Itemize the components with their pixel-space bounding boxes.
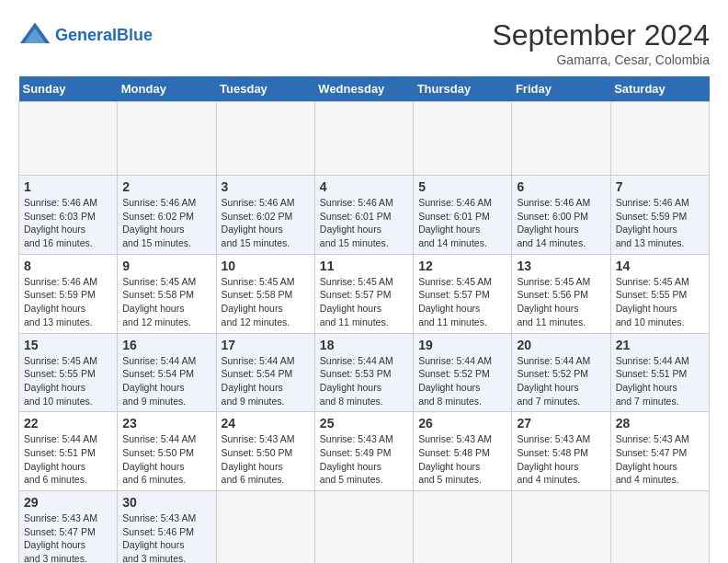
calendar-day-cell: 15 Sunrise: 5:45 AM Sunset: 5:55 PM Dayl… [19,333,118,412]
calendar-week-row: 29 Sunrise: 5:43 AM Sunset: 5:47 PM Dayl… [19,491,710,564]
day-info: Sunrise: 5:45 AM Sunset: 5:55 PM Dayligh… [616,275,704,329]
calendar-day-cell [314,491,413,564]
calendar-day-cell [610,491,709,564]
calendar-day-cell: 4 Sunrise: 5:46 AM Sunset: 6:01 PM Dayli… [314,176,413,255]
calendar-day-cell: 25 Sunrise: 5:43 AM Sunset: 5:49 PM Dayl… [314,412,413,491]
calendar-day-cell: 3 Sunrise: 5:46 AM Sunset: 6:02 PM Dayli… [216,176,314,255]
calendar-day-cell [610,102,709,176]
day-info: Sunrise: 5:44 AM Sunset: 5:50 PM Dayligh… [122,432,210,487]
day-number: 18 [320,338,408,352]
calendar-day-cell: 30 Sunrise: 5:43 AM Sunset: 5:46 PM Dayl… [118,491,216,564]
calendar-week-row: 1 Sunrise: 5:46 AM Sunset: 6:03 PM Dayli… [19,176,710,255]
day-number: 5 [418,179,506,194]
calendar-day-cell [414,102,512,176]
day-number: 9 [122,259,210,273]
day-info: Sunrise: 5:45 AM Sunset: 5:58 PM Dayligh… [222,275,310,329]
calendar-week-row [19,102,710,176]
logo-icon [18,18,51,52]
day-info: Sunrise: 5:44 AM Sunset: 5:53 PM Dayligh… [320,354,408,408]
day-info: Sunrise: 5:46 AM Sunset: 6:02 PM Dayligh… [122,196,210,250]
day-number: 28 [616,416,704,431]
day-info: Sunrise: 5:45 AM Sunset: 5:56 PM Dayligh… [517,275,605,329]
day-info: Sunrise: 5:44 AM Sunset: 5:51 PM Dayligh… [24,432,112,487]
day-number: 21 [616,338,704,352]
calendar-table: Sunday Monday Tuesday Wednesday Thursday… [18,76,710,563]
calendar-day-cell: 5 Sunrise: 5:46 AM Sunset: 6:01 PM Dayli… [414,176,512,255]
calendar-week-row: 8 Sunrise: 5:46 AM Sunset: 5:59 PM Dayli… [19,254,710,333]
calendar-day-cell [512,491,610,564]
header-sunday: Sunday [19,76,118,102]
calendar-day-cell: 1 Sunrise: 5:46 AM Sunset: 6:03 PM Dayli… [19,176,118,255]
calendar-day-cell: 23 Sunrise: 5:44 AM Sunset: 5:50 PM Dayl… [118,412,216,491]
day-number: 3 [222,179,310,194]
calendar-day-cell: 13 Sunrise: 5:45 AM Sunset: 5:56 PM Dayl… [512,254,610,333]
calendar-day-cell: 28 Sunrise: 5:43 AM Sunset: 5:47 PM Dayl… [610,412,709,491]
day-info: Sunrise: 5:43 AM Sunset: 5:50 PM Dayligh… [222,432,310,487]
calendar-day-cell [118,102,216,176]
calendar-day-cell [414,491,512,564]
header-thursday: Thursday [414,76,512,102]
day-number: 24 [222,416,310,431]
day-number: 20 [517,338,605,352]
title-block: September 2024 Gamarra, Cesar, Colombia [492,18,710,67]
calendar-day-cell [19,102,118,176]
day-number: 17 [222,338,310,352]
header-wednesday: Wednesday [314,76,413,102]
day-number: 12 [418,259,506,273]
day-info: Sunrise: 5:44 AM Sunset: 5:52 PM Dayligh… [517,354,605,408]
logo-text: GeneralBlue [55,26,153,45]
calendar-day-cell [216,102,314,176]
day-info: Sunrise: 5:46 AM Sunset: 6:00 PM Dayligh… [517,196,605,250]
day-number: 27 [517,416,605,431]
calendar-day-cell: 18 Sunrise: 5:44 AM Sunset: 5:53 PM Dayl… [314,333,413,412]
day-number: 1 [24,179,112,194]
day-number: 10 [222,259,310,273]
day-info: Sunrise: 5:46 AM Sunset: 6:01 PM Dayligh… [418,196,506,250]
calendar-day-cell: 22 Sunrise: 5:44 AM Sunset: 5:51 PM Dayl… [19,412,118,491]
day-info: Sunrise: 5:43 AM Sunset: 5:49 PM Dayligh… [320,432,408,487]
calendar-day-cell: 24 Sunrise: 5:43 AM Sunset: 5:50 PM Dayl… [216,412,314,491]
header-friday: Friday [512,76,610,102]
day-info: Sunrise: 5:43 AM Sunset: 5:48 PM Dayligh… [517,432,605,487]
day-info: Sunrise: 5:46 AM Sunset: 5:59 PM Dayligh… [24,275,112,329]
day-info: Sunrise: 5:46 AM Sunset: 6:02 PM Dayligh… [222,196,310,250]
calendar-day-cell: 10 Sunrise: 5:45 AM Sunset: 5:58 PM Dayl… [216,254,314,333]
day-info: Sunrise: 5:46 AM Sunset: 5:59 PM Dayligh… [616,196,704,250]
day-number: 22 [24,416,112,431]
day-number: 16 [122,338,210,352]
day-number: 7 [616,179,704,194]
day-info: Sunrise: 5:44 AM Sunset: 5:54 PM Dayligh… [122,354,210,408]
weekday-header-row: Sunday Monday Tuesday Wednesday Thursday… [19,76,710,102]
day-number: 14 [616,259,704,273]
day-info: Sunrise: 5:43 AM Sunset: 5:46 PM Dayligh… [122,511,210,563]
day-number: 26 [418,416,506,431]
day-number: 29 [24,495,112,510]
day-info: Sunrise: 5:46 AM Sunset: 6:03 PM Dayligh… [24,196,112,250]
month-title: September 2024 [492,18,710,52]
calendar-day-cell: 9 Sunrise: 5:45 AM Sunset: 5:58 PM Dayli… [118,254,216,333]
header-monday: Monday [118,76,216,102]
calendar-week-row: 15 Sunrise: 5:45 AM Sunset: 5:55 PM Dayl… [19,333,710,412]
calendar-day-cell: 27 Sunrise: 5:43 AM Sunset: 5:48 PM Dayl… [512,412,610,491]
day-number: 2 [122,179,210,194]
day-number: 11 [320,259,408,273]
calendar-day-cell: 17 Sunrise: 5:44 AM Sunset: 5:54 PM Dayl… [216,333,314,412]
logo: GeneralBlue [18,18,153,52]
calendar-week-row: 22 Sunrise: 5:44 AM Sunset: 5:51 PM Dayl… [19,412,710,491]
calendar-day-cell: 12 Sunrise: 5:45 AM Sunset: 5:57 PM Dayl… [414,254,512,333]
calendar-day-cell: 11 Sunrise: 5:45 AM Sunset: 5:57 PM Dayl… [314,254,413,333]
page-header: GeneralBlue September 2024 Gamarra, Cesa… [18,18,710,67]
calendar-day-cell [512,102,610,176]
calendar-day-cell: 6 Sunrise: 5:46 AM Sunset: 6:00 PM Dayli… [512,176,610,255]
day-info: Sunrise: 5:43 AM Sunset: 5:47 PM Dayligh… [24,511,112,563]
calendar-day-cell: 19 Sunrise: 5:44 AM Sunset: 5:52 PM Dayl… [414,333,512,412]
calendar-day-cell [314,102,413,176]
day-number: 4 [320,179,408,194]
calendar-day-cell: 20 Sunrise: 5:44 AM Sunset: 5:52 PM Dayl… [512,333,610,412]
day-number: 25 [320,416,408,431]
day-number: 19 [418,338,506,352]
day-info: Sunrise: 5:45 AM Sunset: 5:58 PM Dayligh… [122,275,210,329]
day-number: 13 [517,259,605,273]
calendar-day-cell: 26 Sunrise: 5:43 AM Sunset: 5:48 PM Dayl… [414,412,512,491]
day-number: 15 [24,338,112,352]
